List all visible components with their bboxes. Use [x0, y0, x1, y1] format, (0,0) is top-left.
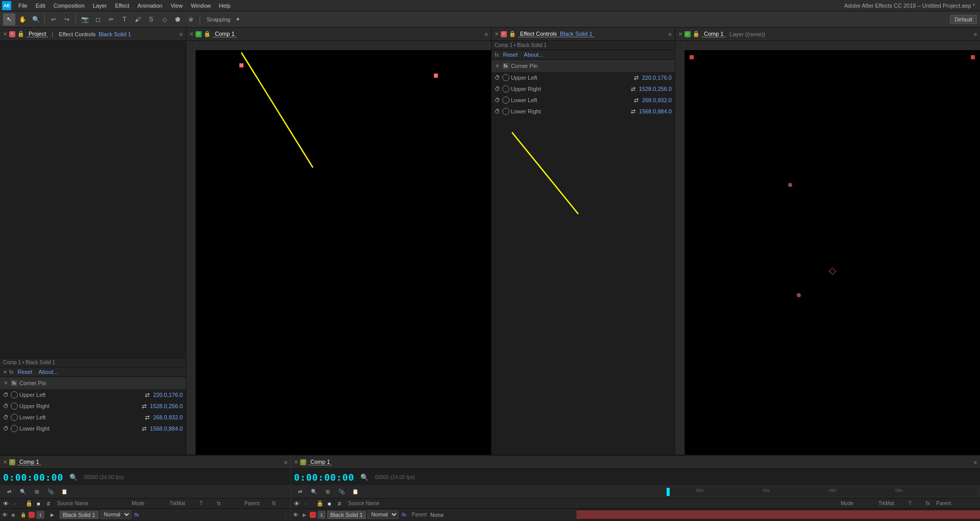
floating-about-btn[interactable]: About... — [524, 52, 543, 58]
prop-scramble-0[interactable]: ⇄ — [145, 392, 150, 398]
pen-tool[interactable]: ✏ — [105, 13, 117, 26]
menu-file[interactable]: File — [14, 0, 32, 11]
far-right-comp-tab[interactable]: Comp 1 — [702, 31, 726, 37]
prop-value-0[interactable]: 220.0,176.0 — [153, 392, 183, 398]
right-tl-layer-bar-area[interactable] — [577, 509, 980, 520]
eraser-tool[interactable]: ◇ — [158, 13, 170, 26]
effect-triangle[interactable]: ▼ — [3, 380, 9, 386]
right-tl-ctrl-3[interactable]: ⊞ — [322, 486, 334, 498]
prop-scramble-1[interactable]: ⇄ — [142, 403, 146, 410]
floating-prop-scramble-1[interactable]: ⇄ — [631, 86, 635, 92]
left-panel-menu[interactable]: ≡ — [180, 31, 183, 37]
right-tl-layer-bar[interactable] — [577, 510, 980, 519]
redo-tool[interactable]: ↪ — [61, 13, 73, 26]
right-tl-ctrl-5[interactable]: 📋 — [349, 486, 361, 498]
corner-point-upper-left[interactable] — [239, 63, 243, 67]
center-comp-close[interactable]: ✕ — [189, 31, 193, 37]
right-corner-ur[interactable] — [971, 55, 975, 59]
left-tl-fx-btn[interactable]: /fx — [133, 511, 141, 519]
floating-prop-stopwatch-0[interactable]: ⏱ — [495, 75, 501, 81]
floating-prop-value-0[interactable]: 220.0,176.0 — [642, 75, 672, 81]
corner-point-upper-right[interactable] — [434, 74, 438, 78]
floating-prop-value-1[interactable]: 1528.0,256.0 — [639, 86, 672, 92]
floating-prop-stopwatch-3[interactable]: ⏱ — [495, 108, 501, 114]
right-tl-close[interactable]: ✕ — [294, 459, 298, 465]
tab-project[interactable]: Project — [27, 31, 48, 37]
right-tl-search[interactable]: 🔍 — [358, 471, 371, 483]
left-tl-ctrl-3[interactable]: ⊞ — [31, 486, 43, 498]
floating-prop-scramble-3[interactable]: ⇄ — [631, 108, 635, 115]
floating-tab-effect[interactable]: Effect Controls Black Solid 1 — [518, 31, 595, 37]
snapping-toggle[interactable]: ✦ — [232, 13, 244, 26]
left-tl-ctrl-4[interactable]: 📎 — [44, 486, 57, 498]
left-tl-close[interactable]: ✕ — [3, 459, 7, 465]
prop-stopwatch-1[interactable]: ⏱ — [3, 403, 9, 409]
text-tool[interactable]: T — [118, 13, 131, 26]
menu-view[interactable]: View — [166, 0, 187, 11]
prop-value-2[interactable]: 268.0,932.0 — [153, 414, 183, 420]
left-tl-menu[interactable]: ≡ — [284, 459, 287, 465]
right-tl-ctrl-1[interactable]: ⇄ — [294, 486, 306, 498]
reset-btn[interactable]: Reset — [18, 369, 33, 375]
menu-edit[interactable]: Edit — [32, 0, 50, 11]
right-tl-tab[interactable]: Comp 1 — [308, 459, 332, 465]
right-tl-eye[interactable]: 👁 — [293, 512, 299, 518]
prop-stopwatch-0[interactable]: ⏱ — [3, 392, 9, 398]
roto-tool[interactable]: ⬟ — [172, 13, 184, 26]
right-tl-ctrl-4[interactable]: 📎 — [335, 486, 348, 498]
right-tl-fx-btn[interactable]: /fx — [400, 511, 408, 519]
far-right-close[interactable]: ✕ — [678, 31, 682, 37]
floating-reset-btn[interactable]: Reset — [503, 52, 518, 58]
center-comp-canvas[interactable] — [195, 50, 491, 492]
workspace-button[interactable]: Default — [950, 15, 977, 24]
floating-prop-stopwatch-2[interactable]: ⏱ — [495, 97, 501, 103]
undo-tool[interactable]: ↩ — [47, 13, 60, 26]
prop-scramble-3[interactable]: ⇄ — [142, 425, 146, 432]
effect-panel-close[interactable]: ✕ — [3, 369, 7, 375]
far-right-canvas[interactable] — [684, 50, 980, 492]
right-tl-color[interactable] — [310, 512, 316, 518]
menu-animation[interactable]: Animation — [133, 0, 166, 11]
left-tl-color[interactable] — [29, 512, 35, 518]
left-tl-ctrl-5[interactable]: 📋 — [58, 486, 70, 498]
center-comp-menu[interactable]: ≡ — [485, 31, 488, 37]
left-tl-expand[interactable]: ▶ — [46, 509, 58, 521]
left-tl-ctrl-2[interactable]: 🔍 — [17, 486, 29, 498]
center-comp-tab[interactable]: Comp 1 — [213, 31, 237, 37]
right-tl-mode-select[interactable]: Normal — [368, 510, 399, 519]
menu-effect[interactable]: Effect — [111, 0, 133, 11]
left-tl-tab[interactable]: Comp 1 — [17, 459, 41, 465]
floating-effect-triangle[interactable]: ▼ — [495, 63, 500, 69]
right-tl-parent-value[interactable]: None — [430, 512, 444, 518]
project-lock[interactable]: 🔒 — [17, 31, 24, 37]
clone-tool[interactable]: S — [145, 13, 157, 26]
left-tl-eye[interactable]: 👁 — [2, 512, 8, 518]
prop-stopwatch-2[interactable]: ⏱ — [3, 414, 9, 420]
right-tl-play[interactable]: ▶ — [300, 511, 308, 519]
menu-layer[interactable]: Layer — [89, 0, 111, 11]
far-right-lock[interactable]: 🔒 — [693, 31, 700, 37]
floating-prop-value-3[interactable]: 1568.0,884.0 — [639, 108, 672, 114]
tab-effect-controls[interactable]: Effect Controls Black Solid 1 — [57, 31, 133, 37]
floating-close[interactable]: ✕ — [495, 31, 499, 37]
right-tl-menu[interactable]: ≡ — [974, 459, 977, 465]
center-comp-view[interactable] — [186, 41, 491, 507]
left-tl-solo[interactable]: ◉ — [9, 511, 17, 519]
left-tl-ctrl-1[interactable]: ⇄ — [3, 486, 15, 498]
floating-prop-scramble-0[interactable]: ⇄ — [634, 75, 639, 81]
zoom-tool[interactable]: 🔍 — [30, 13, 42, 26]
prop-value-1[interactable]: 1528.0,256.0 — [150, 403, 183, 409]
floating-lock[interactable]: 🔒 — [509, 31, 516, 37]
prop-stopwatch-3[interactable]: ⏱ — [3, 425, 9, 432]
right-tl-layer-name[interactable]: Black Solid 1 — [327, 511, 366, 519]
center-comp-lock[interactable]: 🔒 — [204, 31, 211, 37]
camera-tool[interactable]: 📷 — [79, 13, 91, 26]
left-tl-search[interactable]: 🔍 — [67, 471, 80, 483]
left-tl-timecode[interactable]: 0:00:00:00 — [3, 472, 63, 483]
left-tl-lock[interactable]: 🔒 — [19, 511, 27, 519]
right-tl-timecode[interactable]: 0:00:00:00 — [294, 472, 354, 483]
brush-tool[interactable]: 🖌 — [132, 13, 144, 26]
menu-composition[interactable]: Composition — [50, 0, 89, 11]
timeline-ruler[interactable]: 02s 04s 06s 08s — [671, 488, 977, 496]
floating-prop-scramble-2[interactable]: ⇄ — [634, 97, 639, 104]
